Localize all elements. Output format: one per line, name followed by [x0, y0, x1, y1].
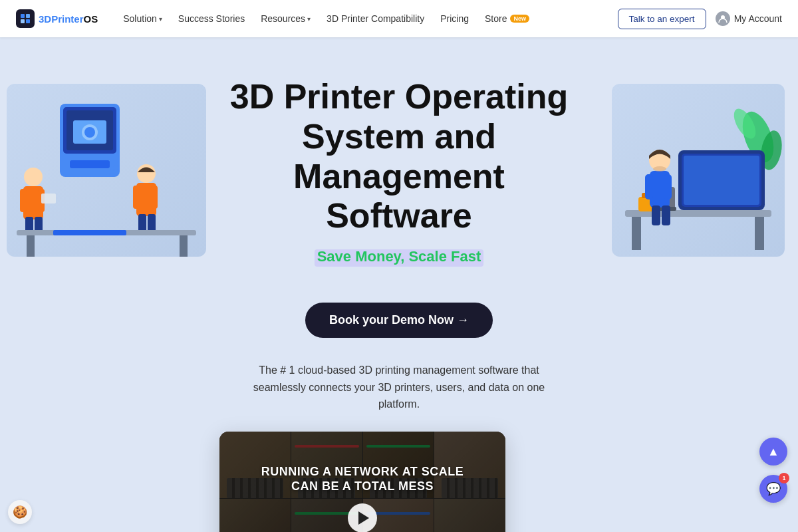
svg-rect-1: [26, 14, 30, 18]
svg-rect-24: [148, 214, 156, 233]
svg-point-48: [653, 166, 666, 172]
svg-rect-26: [27, 235, 35, 257]
svg-rect-23: [138, 214, 146, 233]
logo-icon: [16, 9, 35, 28]
svg-rect-46: [652, 205, 660, 225]
nav-item-pricing[interactable]: Pricing: [434, 9, 475, 28]
svg-point-10: [84, 127, 95, 138]
logo-link[interactable]: 3DPrinterOS: [16, 9, 98, 28]
my-account-label: My Account: [734, 13, 782, 24]
svg-rect-22: [151, 186, 158, 209]
nav-links: Solution ▾ Success Stories Resources ▾ 3…: [116, 9, 617, 28]
hero-content: 3D Printer Operating System and Manageme…: [219, 77, 579, 532]
demo-button[interactable]: Book your Demo Now →: [305, 303, 493, 338]
store-new-badge: New: [510, 15, 529, 23]
account-icon: [716, 11, 730, 26]
nav-item-resources[interactable]: Resources ▾: [254, 9, 317, 28]
svg-rect-28: [53, 230, 126, 235]
hero-description: The # 1 cloud-based 3D printing manageme…: [246, 362, 552, 413]
svg-rect-2: [21, 19, 25, 23]
chevron-down-icon: ▾: [307, 15, 311, 23]
svg-rect-37: [684, 156, 759, 205]
illustration-left: [0, 77, 213, 270]
hero-tagline: Save Money, Scale Fast: [317, 248, 481, 265]
hero-title: 3D Printer Operating System and Manageme…: [219, 77, 579, 236]
hero-section: 3D Printer Operating System and Manageme…: [0, 37, 798, 532]
illustration-right: [605, 77, 798, 270]
svg-rect-11: [70, 160, 110, 168]
scroll-up-button[interactable]: ▲: [759, 438, 787, 466]
chat-button[interactable]: 💬 1: [759, 475, 787, 503]
talk-to-expert-button[interactable]: Talk to an expert: [618, 9, 706, 29]
nav-right: Talk to an expert My Account: [618, 9, 782, 29]
svg-rect-21: [133, 186, 140, 209]
logo-text: 3DPrinterOS: [39, 13, 98, 25]
video-overlay: RUNNING A NETWORK AT SCALE CAN BE A TOTA…: [219, 432, 505, 532]
svg-rect-44: [645, 174, 653, 200]
video-overlay-text: RUNNING A NETWORK AT SCALE CAN BE A TOTA…: [261, 464, 464, 494]
chat-notification-badge: 1: [779, 473, 789, 483]
svg-rect-3: [26, 19, 30, 23]
nav-item-success-stories[interactable]: Success Stories: [172, 9, 251, 28]
nav-item-printer-compat[interactable]: 3D Printer Compatibility: [320, 9, 431, 28]
svg-rect-27: [180, 235, 188, 257]
svg-rect-34: [755, 217, 764, 250]
svg-rect-47: [662, 205, 670, 225]
svg-rect-45: [664, 174, 672, 200]
svg-point-12: [24, 168, 43, 186]
svg-rect-0: [21, 14, 25, 18]
navbar: 3DPrinterOS Solution ▾ Success Stories R…: [0, 0, 798, 37]
svg-point-19: [137, 164, 156, 183]
my-account-link[interactable]: My Account: [716, 11, 782, 26]
svg-rect-14: [20, 189, 27, 212]
video-thumbnail[interactable]: RUNNING A NETWORK AT SCALE CAN BE A TOTA…: [219, 432, 505, 532]
svg-rect-18: [41, 194, 56, 203]
nav-item-solution[interactable]: Solution ▾: [116, 9, 169, 28]
nav-item-store[interactable]: Store New: [478, 9, 536, 28]
cookie-preferences-button[interactable]: 🍪: [8, 500, 32, 524]
play-button[interactable]: [348, 503, 377, 532]
svg-rect-33: [632, 217, 641, 250]
chevron-down-icon: ▾: [159, 15, 162, 23]
